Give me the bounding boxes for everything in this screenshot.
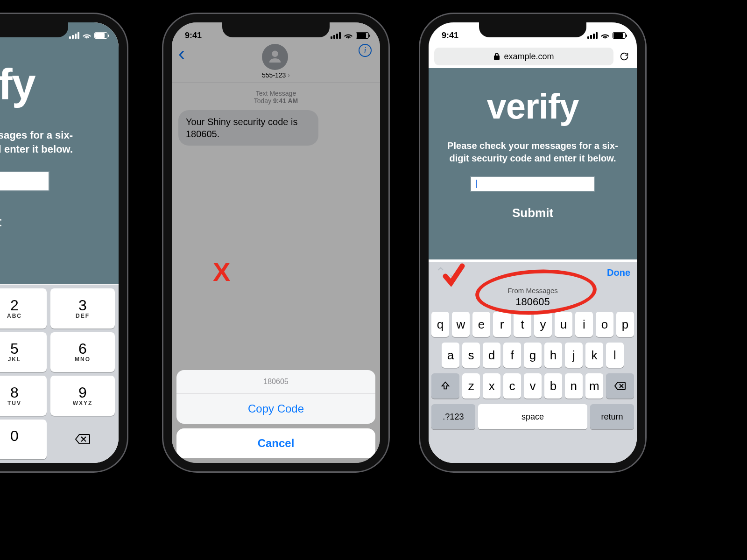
key-v[interactable]: v — [524, 373, 542, 399]
key-u[interactable]: u — [555, 312, 572, 337]
url-text: example.com — [504, 52, 554, 62]
status-time: 9:41 — [442, 31, 458, 41]
key-y[interactable]: y — [534, 312, 552, 337]
stamp-x-icon: X — [213, 257, 230, 287]
keypad-key-8[interactable]: 8TUV — [0, 376, 47, 416]
autofill-value: 180605 — [507, 295, 558, 308]
keypad-key-9[interactable]: 9WXYZ — [50, 376, 115, 416]
notch — [479, 21, 586, 37]
phone-center: 9:41 ‹ 555-123 i Text MessageTod — [163, 14, 388, 471]
key-l[interactable]: l — [606, 343, 624, 368]
key-e[interactable]: e — [472, 312, 490, 337]
status-time: 9:41 — [185, 31, 202, 41]
wifi-icon — [82, 32, 92, 39]
sheet-title: 180605 — [176, 370, 375, 394]
key-g[interactable]: g — [524, 343, 542, 368]
key-o[interactable]: o — [596, 312, 613, 337]
key-r[interactable]: r — [493, 312, 511, 337]
autofill-label: From Messages — [507, 287, 558, 295]
verify-instructions: our messages for a six- code and enter i… — [0, 128, 73, 156]
keypad-key-2[interactable]: 2ABC — [0, 288, 47, 329]
action-sheet: 180605 Copy Code Cancel — [176, 370, 375, 458]
keypad-key-0[interactable]: 0 — [0, 420, 47, 460]
key-p[interactable]: p — [616, 312, 634, 337]
verify-instructions: Please check your messages for a six-dig… — [429, 140, 637, 165]
notch — [0, 21, 68, 37]
key-f[interactable]: f — [503, 343, 521, 368]
done-button[interactable]: Done — [607, 267, 630, 278]
notch — [222, 21, 330, 37]
battery-icon — [356, 32, 369, 39]
key-j[interactable]: j — [565, 343, 583, 368]
key-x[interactable]: x — [483, 373, 500, 399]
signal-icon — [587, 32, 598, 39]
key-k[interactable]: k — [585, 343, 603, 368]
verify-heading: verify — [0, 60, 35, 109]
lock-icon — [493, 53, 500, 60]
code-input[interactable] — [0, 171, 49, 191]
battery-icon — [613, 32, 626, 39]
return-key[interactable]: return — [590, 404, 634, 429]
key-t[interactable]: t — [514, 312, 531, 337]
autofill-suggestion[interactable]: From Messages 180605 — [497, 285, 568, 310]
phone-left: 9:41 verify our messages for a six- code… — [0, 14, 127, 471]
verify-heading: verify — [487, 86, 579, 126]
stamp-check-icon — [443, 261, 465, 293]
reload-button[interactable] — [617, 49, 631, 63]
key-z[interactable]: z — [462, 373, 480, 399]
copy-code-button[interactable]: Copy Code — [176, 394, 375, 424]
key-b[interactable]: b — [544, 373, 562, 399]
wifi-icon — [600, 32, 610, 39]
numbers-key[interactable]: .?123 — [431, 404, 475, 429]
text-caret — [476, 180, 477, 188]
backspace-key[interactable] — [50, 420, 115, 460]
phone-right: 9:41 example.com verify Please chec — [420, 14, 645, 471]
shift-icon — [440, 381, 451, 391]
keypad-key-6[interactable]: 6MNO — [50, 332, 115, 372]
verify-panel: verify Please check your messages for a … — [429, 68, 637, 259]
submit-button[interactable]: Submit — [512, 206, 553, 220]
reload-icon — [619, 51, 629, 62]
code-input[interactable] — [470, 176, 595, 192]
battery-icon — [94, 32, 107, 39]
key-q[interactable]: q — [431, 312, 449, 337]
address-bar[interactable]: example.com — [434, 48, 613, 65]
key-c[interactable]: c — [503, 373, 521, 399]
key-s[interactable]: s — [462, 343, 480, 368]
keypad-key-3[interactable]: 3DEF — [50, 288, 115, 329]
signal-icon — [331, 32, 341, 39]
key-a[interactable]: a — [442, 343, 459, 368]
key-w[interactable]: w — [452, 312, 470, 337]
verify-panel: verify our messages for a six- code and … — [0, 22, 119, 284]
wifi-icon — [344, 32, 353, 39]
numeric-keypad: 1 2ABC3DEF4GHI5JKL6MNO7PQRS8TUV9WXYZ0 — [0, 285, 119, 463]
key-m[interactable]: m — [585, 373, 603, 399]
key-h[interactable]: h — [544, 343, 562, 368]
key-n[interactable]: n — [565, 373, 583, 399]
backspace-icon — [75, 434, 91, 445]
key-i[interactable]: i — [575, 312, 593, 337]
backspace-key[interactable] — [606, 373, 634, 399]
submit-button[interactable]: Submit — [0, 215, 1, 230]
signal-icon — [69, 32, 79, 39]
cancel-button[interactable]: Cancel — [176, 428, 375, 458]
keypad-key-5[interactable]: 5JKL — [0, 332, 47, 372]
shift-key[interactable] — [431, 373, 459, 399]
backspace-icon — [614, 381, 626, 391]
safari-toolbar: example.com — [429, 45, 637, 68]
space-key[interactable]: space — [478, 404, 587, 429]
key-d[interactable]: d — [483, 343, 500, 368]
